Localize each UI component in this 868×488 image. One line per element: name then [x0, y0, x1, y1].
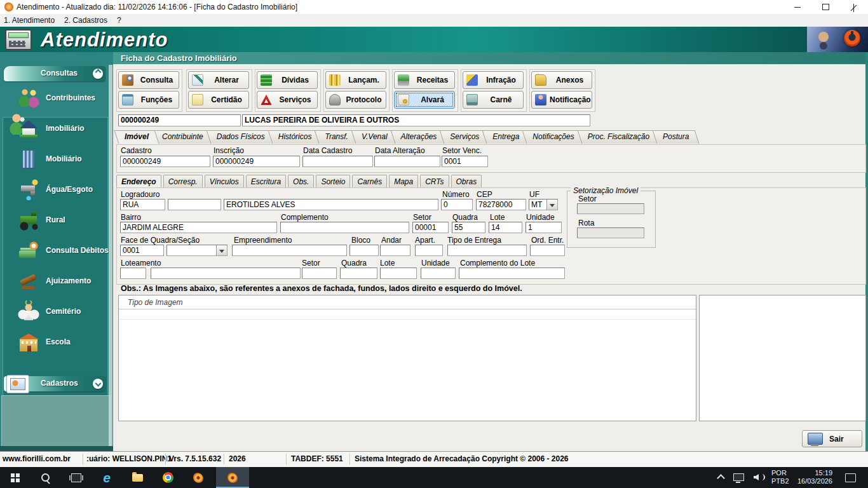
loteamento-cod-field[interactable]	[120, 268, 146, 279]
tab-servicos[interactable]: Serviços	[442, 130, 487, 144]
funcoes-button[interactable]: Funções	[118, 91, 179, 109]
sidebar-scrollbar[interactable]	[109, 65, 112, 446]
subtab-obs[interactable]: Obs.	[288, 175, 314, 188]
notification-center-icon[interactable]	[845, 473, 856, 482]
minimize-button[interactable]	[783, 0, 811, 14]
taskbar-fiorilli-2-active[interactable]	[216, 467, 249, 488]
bloco-field[interactable]	[349, 245, 379, 256]
sidebar-item-consulta-debitos[interactable]: Consulta Débitos	[4, 235, 105, 266]
tipo-entrega-field[interactable]	[447, 245, 527, 256]
subtab-obras[interactable]: Obras	[451, 175, 482, 188]
setorizacao-setor-field[interactable]	[577, 203, 644, 214]
anexos-button[interactable]: Anexos	[531, 71, 592, 89]
logradouro-cod-field[interactable]	[168, 199, 221, 210]
start-button[interactable]	[0, 467, 31, 488]
logradouro-nome-field[interactable]: EROTILDES ALVES	[224, 199, 438, 210]
clock[interactable]: 15:19 16/03/2026	[793, 469, 832, 485]
tab-transf[interactable]: Transf.	[316, 130, 356, 144]
sidebar-item-cemiterio[interactable]: Cemitério	[4, 296, 105, 327]
language-indicator[interactable]: POR PTB2	[771, 469, 789, 485]
carne-button[interactable]: Carnê	[463, 91, 524, 109]
sair-button[interactable]: Sair	[802, 430, 862, 447]
subtab-corresp[interactable]: Corresp.	[163, 175, 203, 188]
sidebar-item-contribuintes[interactable]: Contribuintes	[4, 83, 105, 113]
taskbar-search[interactable]	[31, 467, 61, 488]
subtab-carnes[interactable]: Carnês	[352, 175, 387, 188]
logradouro-tipo-field[interactable]: RUA	[120, 199, 165, 210]
sidebar-item-imobiliario[interactable]: Imobiliário	[4, 113, 105, 144]
tab-alteracoes[interactable]: Alterações	[393, 130, 445, 144]
face-quadra-field[interactable]: 0001	[120, 245, 164, 256]
data-alteracao-field[interactable]	[374, 156, 440, 167]
andar-field[interactable]	[380, 245, 410, 256]
compl-lote-field[interactable]	[459, 268, 565, 279]
face-dropdown-icon[interactable]	[216, 245, 227, 255]
lot-quadra-field[interactable]	[340, 268, 377, 279]
sidebar-item-mobiliario[interactable]: Mobiliário	[4, 144, 105, 174]
lote-field[interactable]: 14	[489, 222, 522, 233]
taskbar-chrome[interactable]	[153, 467, 183, 488]
uf-select[interactable]: MT	[529, 199, 558, 210]
servicos-button[interactable]: Serviços	[257, 91, 318, 109]
setorizacao-rota-field[interactable]	[577, 227, 644, 238]
lot-unidade-field[interactable]	[421, 268, 456, 279]
data-cadastro-field[interactable]	[302, 156, 373, 167]
close-button[interactable]	[839, 0, 868, 14]
setor-field[interactable]: 00001	[412, 222, 449, 233]
consulta-button[interactable]: Consulta	[118, 71, 179, 89]
tab-historicos[interactable]: Históricos	[270, 130, 320, 144]
subtab-vinculos[interactable]: Vínculos	[205, 175, 244, 188]
record-name-field[interactable]: LUCAS PEREIRA DE OLIVEIRA E OUTROS	[242, 114, 590, 126]
subtab-escritura[interactable]: Escritura	[246, 175, 286, 188]
tab-dados-fisicos[interactable]: Dados Físicos	[208, 130, 273, 144]
dividas-button[interactable]: Dívidas	[257, 71, 318, 89]
infracao-button[interactable]: Infração	[463, 71, 524, 89]
tab-imovel[interactable]: Imóvel	[116, 130, 157, 144]
tab-vvenal[interactable]: V.Venal	[353, 130, 396, 144]
menu-cadastros[interactable]: 2. Cadastros	[64, 16, 107, 25]
lancamentos-button[interactable]: Lançam.	[325, 71, 386, 89]
unidade-field[interactable]: 1	[526, 222, 562, 233]
menu-atendimento[interactable]: 1. Atendimento	[4, 16, 55, 25]
setor-venc-field[interactable]: 0001	[442, 156, 488, 167]
taskbar-fiorilli-1[interactable]	[183, 467, 214, 488]
image-preview-box[interactable]	[699, 295, 866, 421]
receitas-button[interactable]: Receitas	[394, 71, 455, 89]
menu-help[interactable]: ?	[117, 16, 121, 25]
apart-field[interactable]	[415, 245, 443, 256]
face-quadra-select[interactable]	[166, 245, 227, 256]
taskbar-ie[interactable]: e	[92, 467, 122, 488]
uf-dropdown-icon[interactable]	[546, 200, 557, 210]
sidebar-item-escola[interactable]: Escola	[4, 327, 105, 357]
images-grid[interactable]: Tipo de Imagem	[118, 295, 696, 421]
bairro-field[interactable]: JARDIM ALEGRE	[120, 222, 277, 233]
lot-lote-field[interactable]	[380, 268, 417, 279]
taskbar-file-explorer[interactable]	[122, 467, 153, 488]
notificacao-button[interactable]: Notificação	[531, 91, 592, 109]
loteamento-nome-field[interactable]	[151, 268, 301, 279]
ord-entr-field[interactable]	[530, 245, 565, 256]
tab-proc-fiscalizacao[interactable]: Proc. Fiscalização	[580, 130, 658, 144]
cep-field[interactable]: 78278000	[476, 199, 526, 210]
empreendimento-field[interactable]	[232, 245, 347, 256]
tab-postura[interactable]: Postura	[654, 130, 697, 144]
tray-chevron-icon[interactable]	[717, 474, 725, 482]
maximize-button[interactable]	[811, 0, 840, 14]
chevron-up-icon[interactable]	[93, 69, 103, 79]
volume-icon[interactable]	[754, 474, 759, 480]
inscricao-field[interactable]: 000000249	[213, 156, 300, 167]
sidebar-item-agua-esgoto[interactable]: Água/Esgoto	[4, 174, 105, 205]
subtab-sorteio[interactable]: Sorteio	[316, 175, 350, 188]
record-code-field[interactable]: 000000249	[118, 114, 241, 126]
alterar-button[interactable]: Alterar	[188, 71, 249, 89]
sidebar-item-rural[interactable]: Rural	[4, 205, 105, 235]
task-view-button[interactable]	[61, 467, 92, 488]
tab-notificacoes[interactable]: Notificações	[524, 130, 582, 144]
alvara-button[interactable]: Alvará	[394, 91, 455, 109]
protocolo-button[interactable]: Protocolo	[325, 91, 386, 109]
numero-field[interactable]: 0	[441, 199, 473, 210]
tab-contribuinte[interactable]: Contribuinte	[154, 130, 212, 144]
complemento-field[interactable]	[280, 222, 409, 233]
certidao-button[interactable]: Certidão	[188, 91, 249, 109]
lot-setor-field[interactable]	[302, 268, 337, 279]
